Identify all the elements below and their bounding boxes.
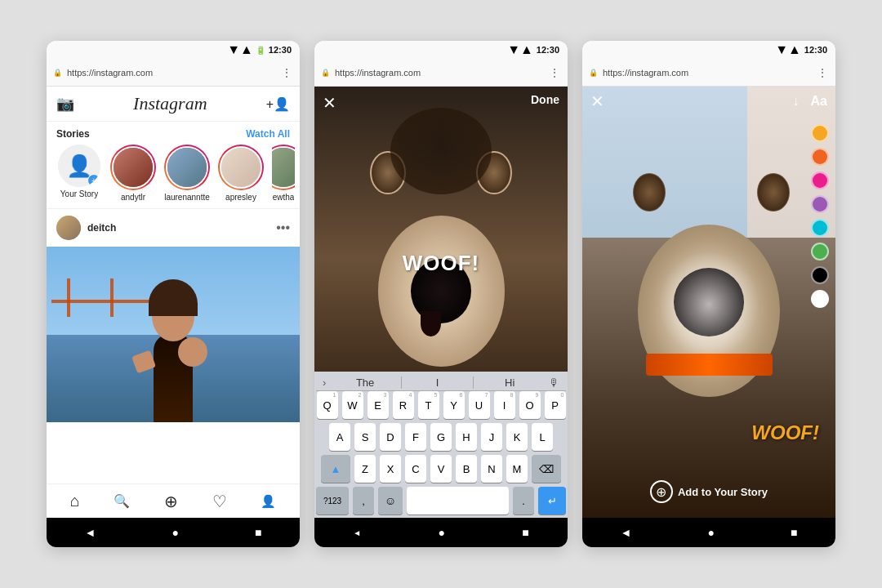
comma-key[interactable]: , (353, 487, 374, 514)
more-options-icon-3[interactable]: ⋮ (817, 66, 829, 79)
suggestion-i[interactable]: I (401, 376, 474, 389)
expand-icon[interactable]: › (319, 376, 329, 389)
add-nav-icon[interactable]: ⊕ (164, 492, 178, 511)
camera-icon[interactable]: 📷 (56, 95, 74, 113)
android-nav-1: ◄ ● ■ (47, 518, 300, 547)
backspace-key[interactable]: ⌫ (532, 455, 561, 483)
key-j[interactable]: J (481, 423, 502, 451)
profile-nav-icon[interactable]: 👤 (261, 494, 276, 509)
more-options-icon-2[interactable]: ⋮ (549, 66, 561, 79)
person-silhouette (124, 275, 222, 422)
key-w[interactable]: W2 (342, 391, 363, 419)
edit-tools: ↓ Aa (793, 94, 827, 109)
key-h[interactable]: H (456, 423, 477, 451)
done-button[interactable]: Done (531, 93, 559, 106)
key-l[interactable]: L (532, 423, 553, 451)
recent-button-1[interactable]: ■ (255, 526, 261, 539)
color-pink[interactable] (811, 172, 829, 189)
feed-image (47, 247, 300, 422)
color-black[interactable] (811, 266, 829, 284)
key-o[interactable]: O9 (519, 391, 541, 419)
keyboard-row-zxcv: ▲ Z X C V B N M ⌫ (316, 455, 566, 483)
color-white[interactable] (811, 290, 829, 308)
color-cyan[interactable] (811, 219, 829, 237)
key-t[interactable]: T5 (418, 391, 439, 419)
key-c[interactable]: C (405, 455, 426, 483)
key-k[interactable]: K (506, 423, 528, 451)
stories-row: 👤 + Your Story andytlr (47, 145, 300, 202)
search-nav-icon[interactable]: 🔍 (114, 493, 130, 509)
key-m[interactable]: M (506, 455, 528, 483)
home-nav-icon[interactable]: ⌂ (70, 492, 80, 510)
home-button-1[interactable]: ● (172, 526, 178, 539)
instagram-logo: Instagram (133, 93, 207, 114)
key-q[interactable]: Q1 (317, 391, 338, 419)
numbers-key[interactable]: ?123 (316, 487, 349, 514)
stories-section: Stories Watch All 👤 + Your Story (47, 122, 300, 209)
story-item-your-story[interactable]: 👤 + Your Story (56, 145, 102, 202)
key-g[interactable]: G (430, 423, 452, 451)
suggestion-hi[interactable]: Hi (474, 376, 546, 389)
story-item-andytlr[interactable]: andytlr (110, 145, 156, 202)
recent-button-3[interactable]: ■ (791, 526, 797, 539)
close-edit-button[interactable]: ✕ (590, 91, 604, 111)
status-icons-3: ▼▲ (775, 42, 801, 57)
phone-2-story-editor: ▼▲ 12:30 🔒 https://instagram.com ⋮ WOOF!… (314, 41, 568, 547)
key-b[interactable]: B (456, 455, 477, 483)
close-story-button[interactable]: ✕ (323, 93, 336, 113)
color-purple[interactable] (811, 195, 829, 213)
shift-key[interactable]: ▲ (321, 455, 350, 483)
home-button-2[interactable]: ● (438, 526, 444, 539)
key-f[interactable]: F (405, 423, 426, 451)
text-tool-button[interactable]: Aa (811, 94, 827, 109)
add-story-plus: + (87, 174, 100, 187)
lock-icon-2: 🔒 (321, 69, 330, 77)
key-d[interactable]: D (380, 423, 401, 451)
color-yellow[interactable] (811, 124, 829, 142)
download-icon[interactable]: ↓ (793, 94, 800, 109)
watch-all-button[interactable]: Watch All (246, 128, 290, 140)
key-z[interactable]: Z (354, 455, 376, 483)
period-key[interactable]: . (513, 487, 534, 514)
emoji-key[interactable]: ☺ (378, 487, 403, 514)
feed-screen: 📷 Instagram +👤 Stories Watch All 👤 + You… (47, 87, 300, 483)
key-v[interactable]: V (430, 455, 452, 483)
key-u[interactable]: U7 (469, 391, 490, 419)
mic-icon[interactable]: 🎙 (546, 376, 563, 389)
color-orange[interactable] (811, 148, 829, 166)
key-r[interactable]: R4 (393, 391, 414, 419)
add-to-story-button[interactable]: ⊕ Add to Your Story (650, 480, 768, 503)
key-n[interactable]: N (481, 455, 502, 483)
suggestion-the[interactable]: The (329, 376, 401, 389)
feed-post-header: deitch ••• (47, 209, 300, 247)
add-to-story-circle-icon: ⊕ (650, 480, 673, 503)
post-more-options[interactable]: ••• (276, 220, 290, 235)
heart-nav-icon[interactable]: ♡ (212, 492, 227, 511)
add-user-icon[interactable]: +👤 (266, 96, 290, 112)
key-e[interactable]: E3 (368, 391, 389, 419)
space-key[interactable] (407, 487, 509, 514)
enter-key[interactable]: ↵ (538, 487, 566, 514)
back-button-3[interactable]: ◄ (621, 526, 632, 539)
post-avatar-deitch[interactable] (56, 216, 81, 240)
status-bar-2: ▼▲ 12:30 (314, 41, 568, 59)
key-y[interactable]: Y6 (443, 391, 465, 419)
story-item-apresley[interactable]: apresley (218, 145, 264, 202)
key-a[interactable]: A (329, 423, 350, 451)
back-button-1[interactable]: ◄ (85, 526, 96, 539)
more-options-icon[interactable]: ⋮ (281, 66, 293, 79)
stories-label: Stories (56, 128, 90, 140)
color-green[interactable] (811, 243, 829, 261)
key-i[interactable]: I8 (494, 391, 515, 419)
story-item-ewtha[interactable]: ewtha (272, 145, 295, 202)
key-s[interactable]: S (354, 423, 376, 451)
key-x[interactable]: X (380, 455, 401, 483)
back-button-2[interactable]: ◄ (353, 528, 361, 537)
post-username[interactable]: deitch (87, 222, 270, 234)
key-p[interactable]: P0 (545, 391, 566, 419)
signal-icon-2: ▼▲ (507, 42, 533, 57)
story-item-laurenanntte[interactable]: laurenanntte (164, 145, 210, 202)
color-palette (811, 124, 829, 308)
recent-button-2[interactable]: ■ (522, 526, 528, 539)
home-button-3[interactable]: ● (707, 526, 714, 539)
